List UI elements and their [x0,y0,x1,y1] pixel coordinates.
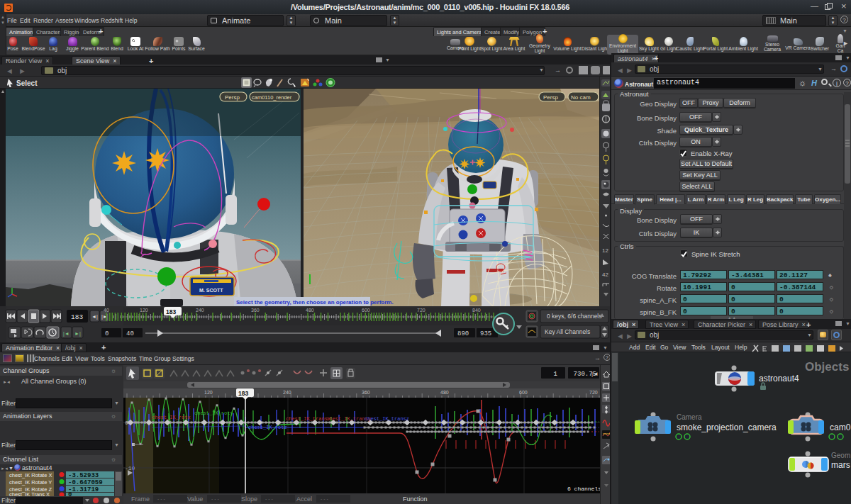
svg-text:cam0: cam0 [830,422,851,432]
svg-text:►|: ►| [74,331,81,337]
svg-text:0 keys, 6/6 channels: 0 keys, 6/6 channels [547,313,602,320]
svg-text:- - -: - - - [211,496,220,501]
svg-text:Slope: Slope [241,495,257,503]
svg-text:chest_IK_roty: chest_IK_roty [194,410,233,416]
svg-text:240: 240 [196,308,204,313]
svg-text:0: 0 [105,330,109,337]
svg-text:42: 42 [602,271,608,278]
svg-text:Persp: Persp [543,94,558,101]
svg-text:Value: Value [187,495,203,503]
svg-text:935: 935 [480,330,491,337]
svg-text:183: 183 [71,313,83,321]
svg-text:183: 183 [238,390,248,397]
svg-text:240: 240 [283,390,291,395]
svg-text:◄|: ◄| [91,314,98,320]
svg-text:360: 360 [362,390,370,395]
svg-text:chest_IK_transx: chest_IK_transx [286,416,330,422]
svg-text:40: 40 [104,308,109,313]
svg-text:chest_IK_rotz: chest_IK_rotz [248,425,287,430]
svg-text:720: 720 [589,390,598,395]
svg-text:Accel: Accel [296,495,312,503]
svg-text:600: 600 [362,308,370,313]
svg-text:Frame: Frame [131,495,150,503]
svg-text:|◄: |◄ [591,371,599,377]
svg-text:cam0110_render: cam0110_render [252,94,292,101]
svg-text:- - -: - - - [157,496,166,501]
svg-text:1: 1 [554,371,557,378]
svg-text:chest_IK Rotate X: chest_IK Rotate X [9,472,52,478]
svg-text:Geom: Geom [831,452,850,459]
svg-text:Filter: Filter [1,497,16,504]
svg-text:Select: Select [16,79,38,87]
svg-text:mars: mars [831,460,850,470]
svg-text:Select the geometry, then choo: Select the geometry, then choose an oper… [236,299,394,306]
svg-text:- - -: - - - [321,496,329,501]
svg-text:890: 890 [457,330,469,337]
svg-text:Key All Channels: Key All Channels [545,328,590,335]
svg-text:Function: Function [403,495,428,503]
svg-text:360: 360 [251,308,260,313]
svg-text:Persp: Persp [225,94,240,101]
svg-text:40: 40 [126,330,134,337]
svg-text:120: 120 [140,308,148,313]
svg-text:840: 840 [472,308,481,313]
svg-text:- - -: - - - [265,496,274,501]
svg-text:120: 120 [204,390,213,395]
svg-text:chest_IK_transz: chest_IK_transz [365,416,409,422]
svg-text:M. SCOTT: M. SCOTT [199,288,223,293]
svg-text:12: 12 [602,247,608,254]
svg-text:chest_IK_rotx: chest_IK_rotx [152,415,191,420]
svg-text:Camera: Camera [677,413,702,421]
svg-text:No cam: No cam [571,94,591,101]
svg-text:astronaut4: astronaut4 [759,374,799,383]
svg-text:-1.31719: -1.31719 [68,486,99,493]
svg-text:480: 480 [306,308,314,313]
svg-text:-0.647059: -0.647059 [68,479,103,486]
svg-text:480: 480 [440,390,449,395]
svg-text:|◄: |◄ [63,331,69,337]
svg-text:chest_IK Rotate Y: chest_IK Rotate Y [9,479,52,486]
svg-text:183: 183 [166,308,176,315]
svg-text:smoke_projection_camera: smoke_projection_camera [677,422,777,432]
svg-text:720: 720 [417,308,425,313]
svg-text:6 channels: 6 channels [567,486,600,492]
svg-text:-3.52933: -3.52933 [68,472,99,479]
svg-text:600: 600 [519,390,528,395]
svg-text:Objects: Objects [805,360,849,374]
